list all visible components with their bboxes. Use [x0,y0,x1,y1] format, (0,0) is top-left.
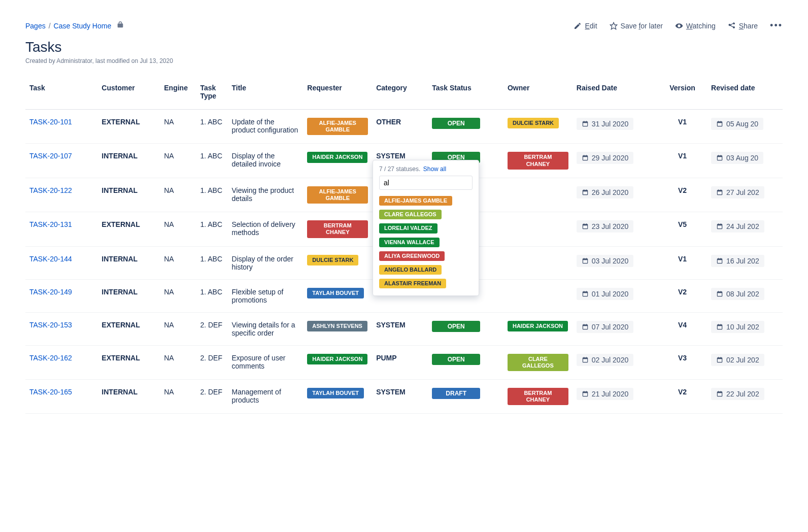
th-requester[interactable]: Requester [303,79,372,110]
th-version[interactable]: Version [658,79,707,110]
edit-button[interactable]: Edit [574,22,597,30]
raised-date[interactable]: 23 Jul 2020 [577,220,633,232]
owner-badge[interactable]: DULCIE STARK [508,118,559,128]
task-link[interactable]: TASK-20-131 [29,220,72,228]
requester-badge[interactable]: TAYLAH BOUVET [307,288,364,298]
share-icon [728,22,736,30]
th-title[interactable]: Title [228,79,304,110]
th-type[interactable]: Task Type [196,79,227,110]
engine-value: NA [160,312,196,345]
requester-badge[interactable]: ALFIE-JAMES GAMBLE [307,118,368,135]
status-badge[interactable]: OPEN [432,118,480,129]
th-status[interactable]: Task Status [428,79,503,110]
th-task[interactable]: Task [25,79,97,110]
revised-date[interactable]: 27 Jul 202 [711,186,764,198]
engine-value: NA [160,246,196,279]
requester-badge[interactable]: HAIDER JACKSON [307,152,367,162]
filter-option[interactable]: ALIYA GREENWOOD [379,251,445,261]
filter-show-all[interactable]: Show all [423,165,446,173]
save-button[interactable]: Save for later [610,22,663,30]
raised-date[interactable]: 29 Jul 2020 [577,152,633,164]
title-value: Viewing details for a specific order [228,312,304,345]
raised-date[interactable]: 21 Jul 2020 [577,388,633,400]
owner-badge[interactable]: CLARE GALLEGOS [508,354,568,371]
task-link[interactable]: TASK-20-162 [29,354,72,362]
task-link[interactable]: TASK-20-144 [29,255,72,263]
title-value: Exposure of user comments [228,345,304,379]
title-value: Viewing the product details [228,178,304,212]
engine-value: NA [160,212,196,246]
requester-badge[interactable]: HAIDER JACKSON [307,354,367,364]
requester-badge[interactable]: ALFIE-JAMES GAMBLE [307,186,368,204]
revised-date[interactable]: 02 Jul 202 [711,354,764,366]
requester-badge[interactable]: TAYLAH BOUVET [307,388,364,398]
status-badge[interactable]: OPEN [432,321,480,332]
th-raised[interactable]: Raised Date [573,79,658,110]
svg-marker-0 [610,22,617,29]
th-category[interactable]: Category [372,79,428,110]
breadcrumb-pages[interactable]: Pages [25,22,46,30]
revised-date[interactable]: 05 Aug 20 [711,118,763,130]
th-customer[interactable]: Customer [97,79,160,110]
version-value: V1 [662,118,703,126]
requester-badge[interactable]: DULCIE STARK [307,255,358,265]
filter-option[interactable]: ANGELO BALLARD [379,265,442,275]
more-menu-button[interactable]: ••• [770,20,783,31]
revised-date[interactable]: 22 Jul 202 [711,388,764,400]
raised-date[interactable]: 26 Jul 2020 [577,186,633,198]
eye-icon [675,22,683,30]
revised-date[interactable]: 16 Jul 202 [711,255,764,267]
requester-badge[interactable]: BERTRAM CHANEY [307,220,368,238]
owner-badge[interactable]: BERTRAM CHANEY [508,152,568,169]
type-value: 1. ABC [196,110,227,144]
unlock-icon[interactable] [116,21,124,30]
revised-date[interactable]: 08 Jul 202 [711,288,764,300]
status-badge[interactable]: OPEN [432,354,480,365]
raised-date[interactable]: 07 Jul 2020 [577,321,633,333]
table-row: TASK-20-101EXTERNALNA1. ABCUpdate of the… [25,110,783,144]
revised-date[interactable]: 03 Aug 20 [711,152,763,164]
watching-button[interactable]: Watching [675,22,716,30]
status-badge[interactable]: DRAFT [432,388,480,399]
filter-option[interactable]: LORELAI VALDEZ [379,223,437,233]
type-value: 2. DEF [196,312,227,345]
revised-date[interactable]: 10 Jul 202 [711,321,764,333]
revised-date[interactable]: 24 Jul 202 [711,220,764,232]
raised-date[interactable]: 03 Jul 2020 [577,255,633,267]
calendar-icon [582,223,589,230]
category-value: SYSTEM [376,388,406,396]
th-revised[interactable]: Revised date [707,79,783,110]
filter-popup[interactable]: 7 / 27 statuses. Show all ALFIE-JAMES GA… [373,160,479,296]
version-value: V2 [662,186,703,194]
task-link[interactable]: TASK-20-153 [29,321,72,329]
type-value: 1. ABC [196,279,227,312]
calendar-icon [582,390,589,397]
th-owner[interactable]: Owner [503,79,573,110]
filter-search-input[interactable] [379,176,473,190]
filter-option[interactable]: CLARE GALLEGOS [379,210,442,219]
owner-badge[interactable]: HAIDER JACKSON [508,321,568,331]
raised-date[interactable]: 02 Jul 2020 [577,354,633,366]
task-link[interactable]: TASK-20-101 [29,118,72,126]
filter-option[interactable]: VIENNA WALLACE [379,238,440,247]
topbar: Pages / Case Study Home Edit Save for la… [25,20,783,31]
requester-badge[interactable]: ASHLYN STEVENS [307,321,367,331]
share-button[interactable]: Share [728,22,758,30]
raised-date[interactable]: 01 Jul 2020 [577,288,633,300]
task-link[interactable]: TASK-20-165 [29,388,72,396]
task-link[interactable]: TASK-20-149 [29,288,72,296]
filter-option[interactable]: ALASTAIR FREEMAN [379,279,446,288]
filter-status-count: 7 / 27 statuses. Show all [379,165,473,173]
filter-option[interactable]: ALFIE-JAMES GAMBLE [379,196,452,206]
raised-date[interactable]: 31 Jul 2020 [577,118,633,130]
title-value: Management of products [228,379,304,413]
breadcrumb-home[interactable]: Case Study Home [54,22,112,30]
task-link[interactable]: TASK-20-122 [29,186,72,194]
task-link[interactable]: TASK-20-107 [29,152,72,160]
th-engine[interactable]: Engine [160,79,196,110]
owner-badge[interactable]: BERTRAM CHANEY [508,388,568,405]
table-row: TASK-20-165INTERNALNA2. DEFManagement of… [25,379,783,413]
calendar-icon [582,120,589,127]
engine-value: NA [160,345,196,379]
calendar-icon [716,120,723,127]
